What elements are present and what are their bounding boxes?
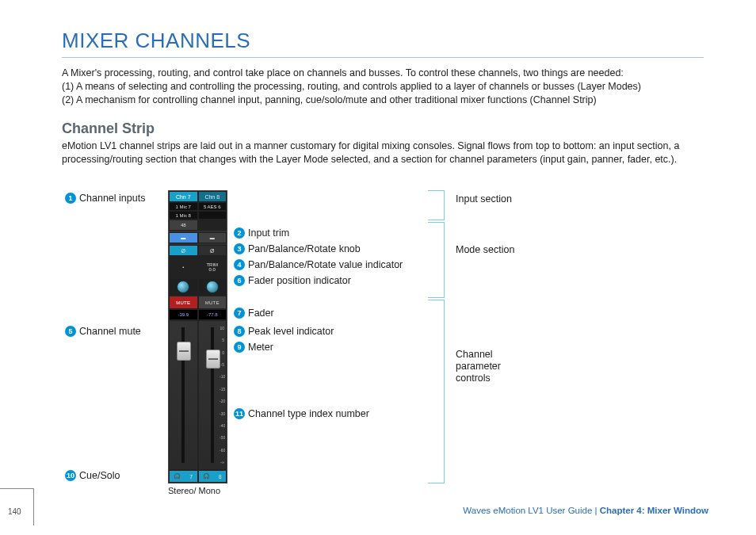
input-blank: [198, 211, 227, 220]
mute-button-8: MUTE: [198, 296, 227, 309]
trim-dot: •: [182, 265, 184, 269]
callout-pan-knob: 3 Pan/Balance/Rotate knob: [234, 243, 361, 254]
tick: -5: [220, 362, 224, 367]
callout-text-7: Fader: [248, 308, 274, 319]
section-title: Channel Strip: [62, 120, 155, 137]
callout-text-6: Fader position indicator: [248, 275, 351, 286]
bracket-label-params: Channel parameter controls: [456, 349, 535, 384]
pan-cell-8: [198, 278, 227, 296]
solo-cell-7: 🎧 7: [169, 470, 198, 483]
level-readout-8: -77.8: [198, 309, 227, 320]
tick: 10: [220, 326, 224, 331]
footer-chapter: Chapter 4: Mixer Window: [600, 506, 708, 515]
fader-cap-icon: [206, 350, 220, 369]
footer-guide: Waves eMotion LV1 User Guide: [463, 506, 594, 515]
strip-caption: Stereo/ Mono: [168, 486, 220, 495]
bracket-mode-section: [428, 222, 445, 298]
callout-input-trim: 2 Input trim: [234, 227, 289, 239]
input-mic-7b: 1 Mic 8: [169, 211, 198, 220]
mute-button-7: MUTE: [169, 296, 198, 309]
callout-text-2: Input trim: [248, 227, 289, 239]
bracket-label-input: Input section: [456, 193, 512, 204]
trim-box-7: •: [169, 256, 198, 278]
bracket-input-section: [428, 190, 445, 220]
callout-number-9: 9: [234, 342, 245, 353]
tick: -20: [220, 399, 224, 403]
fader-col-8: 10 5 0 -5 -10 -15 -20 -30 -40 -50 -60 -∞: [198, 320, 227, 470]
phantom-48v-7: 48: [169, 220, 198, 231]
callout-number-8: 8: [234, 326, 245, 337]
tick: -15: [220, 387, 224, 392]
callout-channel-inputs: 1 Channel inputs: [65, 193, 145, 204]
tick: -60: [220, 448, 224, 453]
callout-text-3: Pan/Balance/Rotate knob: [248, 243, 361, 254]
page-number: 140: [8, 507, 21, 516]
solo-cell-8: 🎧 8: [198, 470, 227, 483]
trim-value: 0.0: [209, 267, 216, 272]
pan-knob-icon: [177, 281, 189, 293]
title-underline: [62, 57, 704, 58]
callout-channel-mute: 5 Channel mute: [65, 326, 141, 337]
trim-box-8: TRIM 0.0: [198, 256, 227, 278]
tick: 0: [220, 350, 224, 355]
headphone-icon: 🎧: [203, 473, 210, 480]
callout-meter: 9 Meter: [234, 342, 273, 353]
callout-number-5: 5: [65, 326, 76, 337]
input-aes: 5 AES 6: [198, 202, 227, 211]
fader-cap-icon: [177, 342, 191, 361]
callout-number-11: 11: [234, 408, 245, 419]
intro-line-2: (1) A means of selecting and controlling…: [62, 80, 712, 94]
channel-header-8: Chn 8: [198, 191, 227, 202]
bracket-channel-params: [428, 300, 445, 483]
callout-peak-level: 8 Peak level indicator: [234, 326, 334, 337]
callout-text-8: Peak level indicator: [248, 326, 334, 337]
page: MIXER CHANNELS A Mixer's processing, rou…: [0, 0, 756, 535]
callout-fader: 7 Fader: [234, 308, 274, 319]
callout-number-10: 10: [65, 470, 76, 481]
fader-track-icon: [211, 327, 214, 463]
headphone-icon: 🎧: [174, 473, 181, 480]
callout-number-6: 6: [234, 275, 245, 286]
intro-line-3: (2) A mechanism for controlling channel …: [62, 94, 712, 107]
input-mic-7a: 1 Mic 7: [169, 202, 198, 211]
callout-text-1: Channel inputs: [79, 193, 145, 204]
fader-col-7: [169, 320, 198, 470]
callout-fader-position: 6 Fader position indicator: [234, 275, 351, 286]
callout-text-10: Cue/Solo: [79, 470, 120, 481]
level-readout-7: -39.9: [169, 309, 198, 320]
footer: Waves eMotion LV1 User Guide | Chapter 4…: [463, 506, 708, 515]
tick: -40: [220, 423, 224, 428]
tick: -30: [220, 411, 224, 416]
channel-header-7: Chn 7: [169, 191, 198, 202]
callout-text-4: Pan/Balance/Rotate value indicator: [248, 259, 403, 270]
callout-number-2: 2: [234, 227, 245, 239]
input-toggle-8: ▬: [198, 232, 227, 243]
callout-text-5: Channel mute: [79, 326, 141, 337]
tick: 5: [220, 338, 224, 342]
phase-invert-8: Ø: [198, 245, 227, 256]
pan-cell-7: [169, 278, 198, 296]
input-toggle-7: ▬: [169, 232, 198, 243]
callout-number-7: 7: [234, 308, 245, 319]
phantom-48v-8: [198, 220, 227, 231]
intro-line-1: A Mixer's processing, routing, and contr…: [62, 67, 712, 80]
callout-text-9: Meter: [248, 342, 273, 353]
bracket-label-mode: Mode section: [456, 244, 514, 255]
pan-knob-icon: [206, 281, 219, 293]
callout-number-1: 1: [65, 193, 76, 204]
tick: -50: [220, 435, 224, 440]
callout-pan-value: 4 Pan/Balance/Rotate value indicator: [234, 259, 403, 270]
channel-strip-illustration: Chn 7 Chn 8 1 Mic 7 5 AES 6 1 Mic 8 48 ▬…: [168, 190, 227, 483]
phase-invert-7: Ø: [169, 245, 198, 256]
callout-number-3: 3: [234, 243, 245, 254]
tick: -∞: [220, 460, 224, 464]
channel-index-8: 8: [219, 474, 222, 480]
callout-number-4: 4: [234, 259, 245, 270]
section-body: eMotion LV1 channel strips are laid out …: [62, 139, 712, 166]
callout-text-11: Channel type index number: [248, 408, 369, 419]
page-title: MIXER CHANNELS: [62, 29, 250, 53]
fader-area: 10 5 0 -5 -10 -15 -20 -30 -40 -50 -60 -∞: [169, 320, 227, 470]
callout-cue-solo: 10 Cue/Solo: [65, 470, 120, 481]
callout-index-number: 11 Channel type index number: [234, 408, 369, 419]
channel-index-7: 7: [189, 474, 193, 480]
